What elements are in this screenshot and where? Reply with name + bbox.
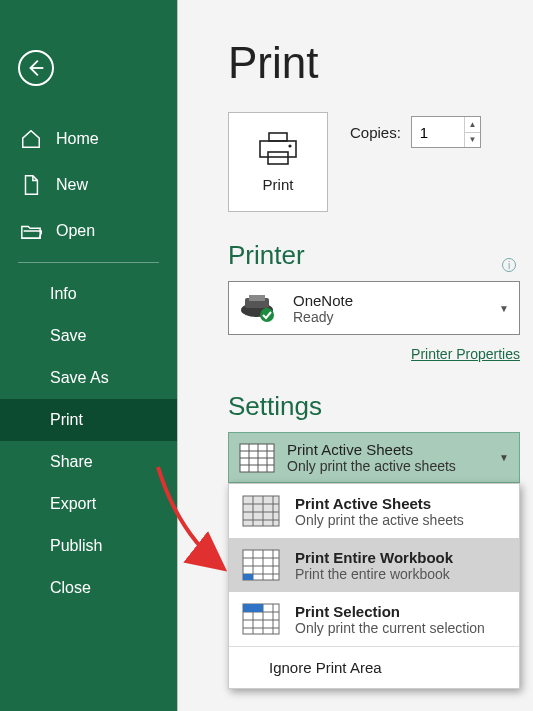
back-button[interactable] xyxy=(18,50,54,86)
menu-item-title: Print Selection xyxy=(295,603,485,620)
printer-status: Ready xyxy=(293,309,485,325)
svg-point-4 xyxy=(288,144,291,147)
selection-icon xyxy=(241,602,281,636)
home-icon xyxy=(20,128,42,150)
sidebar-item-save-as[interactable]: Save As xyxy=(0,357,177,399)
sidebar-item-label: Save xyxy=(50,327,86,345)
printer-name: OneNote xyxy=(293,292,485,309)
svg-rect-1 xyxy=(269,133,287,141)
printer-info-button[interactable]: i xyxy=(502,258,516,272)
menu-item-print-selection[interactable]: Print Selection Only print the current s… xyxy=(229,592,519,646)
sidebar-item-label: New xyxy=(56,176,88,194)
menu-item-print-active-sheets[interactable]: Print Active Sheets Only print the activ… xyxy=(229,484,519,538)
sidebar-item-export[interactable]: Export xyxy=(0,483,177,525)
menu-item-subtitle: Print the entire workbook xyxy=(295,566,453,582)
sidebar-item-label: Open xyxy=(56,222,95,240)
arrow-left-icon xyxy=(25,57,47,79)
print-what-dropdown[interactable]: Print Active Sheets Only print the activ… xyxy=(228,432,520,483)
copies-control: Copies: 1 ▲ ▼ xyxy=(350,116,481,148)
printer-properties-link[interactable]: Printer Properties xyxy=(411,346,520,362)
sidebar-item-home[interactable]: Home xyxy=(0,116,177,162)
worksheet-icon xyxy=(241,494,281,528)
menu-item-print-entire-workbook[interactable]: Print Entire Workbook Print the entire w… xyxy=(229,538,519,592)
sidebar-item-label: Close xyxy=(50,579,91,597)
file-icon xyxy=(20,174,42,196)
printer-heading: Printer xyxy=(228,240,520,271)
sidebar-item-save[interactable]: Save xyxy=(0,315,177,357)
sidebar-item-label: Publish xyxy=(50,537,102,555)
menu-item-title: Print Active Sheets xyxy=(295,495,464,512)
menu-item-subtitle: Only print the active sheets xyxy=(295,512,464,528)
workbook-icon xyxy=(241,548,281,582)
svg-rect-16 xyxy=(243,496,279,526)
print-button-label: Print xyxy=(263,176,294,193)
sidebar-item-info[interactable]: Info xyxy=(0,273,177,315)
print-button[interactable]: Print xyxy=(228,112,328,212)
chevron-down-icon: ▼ xyxy=(499,303,509,314)
menu-item-subtitle: Only print the current selection xyxy=(295,620,485,636)
spinner-down-button[interactable]: ▼ xyxy=(465,133,480,148)
print-what-title: Print Active Sheets xyxy=(287,441,487,458)
print-what-menu: Print Active Sheets Only print the activ… xyxy=(228,483,520,689)
svg-rect-3 xyxy=(268,152,288,164)
sidebar-item-label: Share xyxy=(50,453,93,471)
menu-item-ignore-print-area[interactable]: Ignore Print Area xyxy=(229,647,519,688)
backstage-sidebar: Home New Open Info Save Save As Print Sh… xyxy=(0,0,177,711)
worksheet-icon xyxy=(239,443,275,473)
svg-rect-30 xyxy=(243,574,253,580)
settings-heading: Settings xyxy=(228,391,520,422)
folder-open-icon xyxy=(20,220,42,242)
print-panel: Print Print Copies: 1 ▲ ▼ i Printer xyxy=(177,0,533,711)
copies-spinner[interactable]: 1 ▲ ▼ xyxy=(411,116,481,148)
sidebar-item-share[interactable]: Share xyxy=(0,441,177,483)
svg-rect-38 xyxy=(243,604,263,612)
sidebar-item-publish[interactable]: Publish xyxy=(0,525,177,567)
spinner-up-button[interactable]: ▲ xyxy=(465,117,480,133)
chevron-down-icon: ▼ xyxy=(499,452,509,463)
page-title: Print xyxy=(228,38,520,88)
spinner-buttons: ▲ ▼ xyxy=(464,117,480,147)
copies-value: 1 xyxy=(412,124,464,141)
sidebar-divider xyxy=(18,262,159,263)
sidebar-item-close[interactable]: Close xyxy=(0,567,177,609)
printer-dropdown[interactable]: OneNote Ready ▼ xyxy=(228,281,520,335)
printer-icon xyxy=(257,132,299,166)
print-what-subtitle: Only print the active sheets xyxy=(287,458,487,474)
sidebar-item-label: Info xyxy=(50,285,77,303)
sidebar-item-label: Save As xyxy=(50,369,109,387)
svg-point-8 xyxy=(260,308,274,322)
sidebar-item-new[interactable]: New xyxy=(0,162,177,208)
copies-label: Copies: xyxy=(350,124,401,141)
sidebar-item-label: Print xyxy=(50,411,83,429)
svg-rect-2 xyxy=(260,141,296,157)
sidebar-item-label: Home xyxy=(56,130,99,148)
sidebar-item-print[interactable]: Print xyxy=(0,399,177,441)
sidebar-item-label: Export xyxy=(50,495,96,513)
svg-rect-7 xyxy=(249,295,265,301)
printer-ready-icon xyxy=(239,293,279,323)
sidebar-item-open[interactable]: Open xyxy=(0,208,177,254)
menu-item-title: Print Entire Workbook xyxy=(295,549,453,566)
